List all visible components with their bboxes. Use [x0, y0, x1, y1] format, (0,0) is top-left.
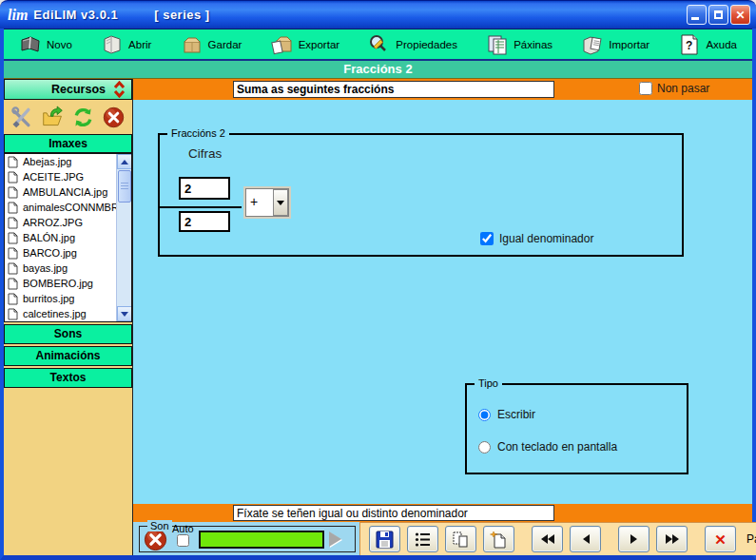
list-icon: [414, 531, 432, 549]
next-page-button[interactable]: [618, 526, 649, 552]
textos-label: Textos: [50, 371, 87, 384]
scroll-down-button[interactable]: [117, 306, 132, 321]
recursos-header[interactable]: Recursos: [4, 79, 132, 100]
lim-logo-icon: lim: [8, 7, 28, 24]
file-name: AMBULANCIA.jpg: [23, 186, 107, 198]
scroll-up-button[interactable]: [117, 154, 132, 169]
activity-content: Fraccións 2 Cifras + Igual denominador: [133, 100, 752, 504]
help-icon: ?: [678, 33, 701, 56]
question-input[interactable]: [233, 81, 554, 98]
list-item[interactable]: Abejas.jpg: [5, 154, 131, 169]
new-page-button[interactable]: [483, 526, 514, 552]
operator-dropdown-button[interactable]: [273, 189, 288, 216]
first-page-button[interactable]: [532, 526, 563, 552]
denominator-input[interactable]: [179, 211, 230, 232]
toolbar-novo[interactable]: Novo: [19, 33, 72, 56]
play-icon[interactable]: [329, 531, 341, 547]
list-item[interactable]: BOMBERO.jpg: [5, 276, 131, 291]
series-label: [ series ]: [154, 8, 209, 22]
toolbar-abrir[interactable]: Abrir: [101, 33, 151, 56]
last-page-button[interactable]: [656, 526, 688, 552]
title-bar: lim EdiLIM v3.0.1 [ series ] ✕: [0, 0, 756, 29]
hint-bar: [133, 504, 752, 522]
next-icon: [630, 533, 639, 545]
teclado-radio[interactable]: [478, 441, 491, 454]
delete-page-button[interactable]: ✕: [705, 526, 736, 552]
minimize-button[interactable]: [687, 5, 707, 25]
igual-denominador-option[interactable]: Igual denominador: [480, 232, 593, 245]
resource-tools: [4, 100, 132, 134]
teclado-option[interactable]: Con teclado en pantalla: [478, 440, 617, 454]
scrollbar-thumb[interactable]: [118, 170, 131, 203]
svg-text:?: ?: [686, 39, 692, 52]
previous-page-button[interactable]: [570, 526, 601, 552]
list-item[interactable]: calcetines.jpg: [5, 306, 131, 321]
toolbar-gardar[interactable]: Gardar: [181, 33, 242, 56]
sidebar-item-sons[interactable]: Sons: [4, 324, 132, 344]
fraccions-fieldset-legend: Fraccións 2: [167, 127, 229, 139]
list-item[interactable]: burritos.jpg: [5, 291, 131, 306]
scroll-down-icon: [121, 312, 128, 317]
file-icon: [8, 217, 18, 229]
auto-option[interactable]: Auto: [172, 523, 194, 547]
animacions-label: Animacións: [35, 349, 100, 362]
question-bar: Non pasar: [133, 79, 752, 100]
file-name: ACEITE.JPG: [23, 171, 84, 183]
file-name: BARCO.jpg: [23, 247, 77, 259]
teclado-label: Con teclado en pantalla: [497, 440, 617, 454]
igual-denominador-checkbox[interactable]: [480, 232, 494, 245]
list-item[interactable]: AMBULANCIA.jpg: [5, 184, 131, 200]
toolbar-gardar-label: Gardar: [208, 39, 242, 50]
toolbar-novo-label: Novo: [47, 39, 72, 50]
non-pasar-option[interactable]: Non pasar: [639, 82, 709, 95]
operator-select[interactable]: +: [243, 186, 291, 219]
scroll-up-icon: [121, 160, 128, 164]
numerator-input[interactable]: [179, 177, 230, 200]
list-item[interactable]: BALÓN.jpg: [5, 230, 131, 245]
delete-x-icon: ✕: [714, 532, 727, 547]
clone-page-button[interactable]: [445, 526, 476, 552]
window-title: EdiLIM v3.0.1: [33, 8, 118, 22]
toolbar-importar[interactable]: Importar: [581, 33, 649, 56]
file-icon: [8, 232, 18, 244]
copy-pages-icon: [452, 531, 470, 549]
list-item[interactable]: animalesCONNMBR: [5, 200, 131, 215]
file-name: Abejas.jpg: [23, 156, 71, 167]
auto-checkbox[interactable]: [177, 534, 189, 547]
sidebar-item-animacions[interactable]: Animacións: [4, 346, 132, 366]
open-resource-folder-icon[interactable]: [42, 105, 64, 130]
page-title: Fraccións 2: [4, 61, 752, 79]
file-icon: [8, 171, 18, 183]
file-list-scrollbar[interactable]: [116, 154, 131, 321]
sons-label: Sons: [54, 327, 82, 340]
pages-list-button[interactable]: [407, 526, 438, 552]
hint-input[interactable]: [233, 505, 554, 521]
imaxes-header[interactable]: Imaxes: [4, 134, 132, 153]
toolbar-exportar[interactable]: Exportar: [271, 33, 339, 56]
list-item[interactable]: bayas.jpg: [5, 261, 131, 276]
non-pasar-checkbox[interactable]: [639, 82, 652, 95]
escribir-option[interactable]: Escribir: [478, 408, 535, 421]
list-item[interactable]: ACEITE.JPG: [5, 169, 131, 184]
toolbar-axuda-label: Axuda: [706, 39, 737, 50]
escribir-radio[interactable]: [478, 409, 491, 421]
file-name: burritos.jpg: [23, 293, 74, 304]
toolbar-paxinas[interactable]: Páxinas: [486, 33, 552, 56]
list-item[interactable]: ARROZ.JPG: [5, 215, 131, 230]
main-toolbar: Novo Abrir Gardar Exportar Propiedades P…: [4, 29, 752, 61]
list-item[interactable]: BARCO.jpg: [5, 245, 131, 261]
toolbar-exportar-label: Exportar: [299, 39, 339, 50]
save-page-button[interactable]: [369, 526, 400, 552]
delete-resource-icon[interactable]: [103, 105, 125, 130]
toolbar-axuda[interactable]: ? Axuda: [678, 33, 737, 56]
sidebar-item-textos[interactable]: Textos: [4, 368, 132, 388]
maximize-button[interactable]: [708, 5, 728, 25]
close-button[interactable]: ✕: [730, 5, 750, 25]
toolbar-propiedades[interactable]: Propiedades: [368, 33, 457, 56]
properties-magnifier-icon: [368, 33, 391, 56]
refresh-icon[interactable]: [72, 105, 94, 130]
file-icon: [8, 278, 18, 290]
tools-icon[interactable]: [11, 105, 33, 130]
import-folder-icon: [581, 33, 604, 56]
thumb-grip: [121, 183, 128, 190]
